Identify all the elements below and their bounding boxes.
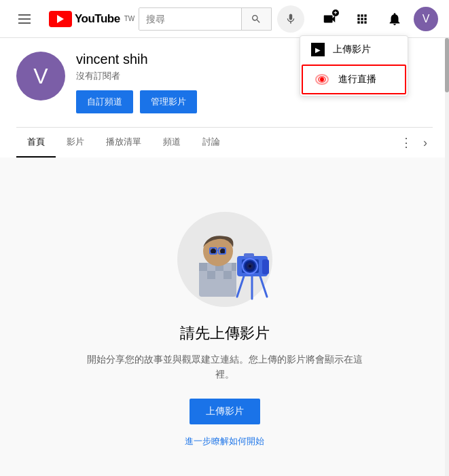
search-button[interactable] [241, 8, 271, 30]
create-dropdown-menu: 上傳影片 進行直播 [300, 35, 408, 96]
logo[interactable]: YouTubeTW [49, 11, 134, 27]
go-live-label: 進行直播 [338, 73, 376, 86]
create-button[interactable]: + [316, 5, 343, 33]
empty-state-description: 開始分享您的故事並與觀眾建立連結。您上傳的影片將會顯示在這裡。 [82, 352, 367, 382]
live-icon [314, 73, 330, 86]
empty-state-illustration [157, 198, 293, 307]
upload-video-label: 上傳影片 [333, 43, 371, 56]
channel-avatar: V [16, 52, 65, 100]
notifications-button[interactable] [381, 5, 408, 33]
avatar-label: V [423, 13, 430, 25]
svg-rect-11 [232, 271, 236, 279]
tab-arrow-right[interactable]: › [418, 130, 433, 155]
create-plus-badge: + [332, 10, 339, 16]
tab-videos[interactable]: 影片 [56, 128, 95, 158]
svg-point-22 [249, 265, 251, 268]
header-actions: + V [316, 5, 438, 33]
menu-button[interactable] [11, 5, 38, 33]
logo-text: YouTube [75, 12, 120, 26]
mic-button[interactable] [277, 5, 304, 33]
channel-name: vincent shih [76, 52, 197, 67]
channel-subscribers: 沒有訂閱者 [76, 70, 197, 82]
scrollbar-thumb[interactable] [445, 38, 449, 92]
svg-rect-6 [232, 263, 236, 271]
go-live-menu-item[interactable]: 進行直播 [302, 65, 406, 94]
header-left: YouTubeTW [11, 5, 134, 33]
svg-rect-9 [215, 271, 223, 279]
channel-tabs: 首頁 影片 播放清單 頻道 討論 ⋮ › [16, 127, 433, 158]
apps-icon [355, 12, 369, 26]
svg-rect-25 [262, 259, 269, 274]
search-input[interactable] [139, 8, 241, 30]
search-box [139, 7, 272, 31]
svg-rect-2 [199, 263, 207, 271]
svg-rect-7 [199, 271, 207, 279]
tab-home[interactable]: 首頁 [16, 128, 56, 158]
hamburger-icon [16, 12, 33, 26]
svg-rect-24 [244, 253, 254, 257]
manage-videos-button[interactable]: 管理影片 [140, 90, 197, 113]
main-content: 請先上傳影片 開始分享您的故事並與觀眾建立連結。您上傳的影片將會顯示在這裡。 上… [0, 158, 449, 475]
logo-country: TW [124, 15, 135, 22]
learn-more-link[interactable]: 進一步瞭解如何開始 [185, 435, 264, 447]
tab-more-button[interactable]: ⋮ [395, 130, 418, 155]
tab-discussion[interactable]: 討論 [192, 128, 231, 158]
svg-rect-10 [223, 271, 232, 279]
bell-icon [387, 12, 402, 26]
channel-buttons: 自訂頻道 管理影片 [76, 90, 197, 113]
tab-channels[interactable]: 頻道 [152, 128, 192, 158]
customize-channel-button[interactable]: 自訂頻道 [76, 90, 133, 113]
user-avatar-button[interactable]: V [414, 7, 438, 31]
apps-button[interactable] [348, 5, 376, 33]
search-area [139, 5, 304, 33]
svg-point-13 [211, 249, 216, 254]
channel-details: vincent shih 沒有訂閱者 自訂頻道 管理影片 [76, 52, 197, 113]
header: YouTubeTW + [0, 0, 449, 38]
youtube-icon [49, 11, 72, 27]
upload-video-menu-item[interactable]: 上傳影片 [300, 36, 408, 63]
search-icon [251, 14, 262, 24]
upload-video-button[interactable]: 上傳影片 [190, 399, 260, 424]
scrollbar[interactable] [445, 38, 449, 476]
tab-playlists[interactable]: 播放清單 [95, 128, 152, 158]
upload-icon [311, 43, 325, 56]
mic-icon [285, 13, 297, 25]
empty-state-title: 請先上傳影片 [180, 323, 270, 344]
svg-rect-8 [207, 271, 215, 279]
channel-avatar-label: V [33, 64, 48, 89]
